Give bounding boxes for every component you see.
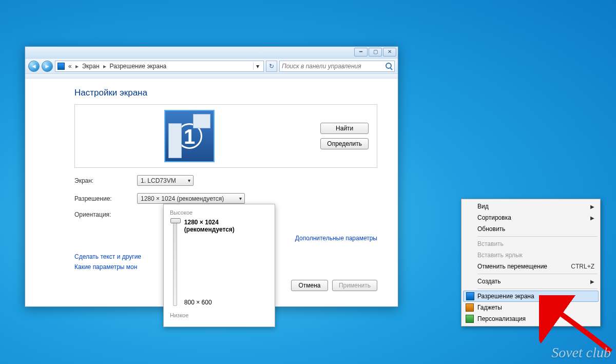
orientation-label: Ориентация: [74,211,137,218]
apply-button: Применить [332,280,377,291]
address-bar[interactable]: « ▸ Экран ▸ Разрешение экрана ▾ [55,61,264,72]
titlebar: ━ ▢ ✕ [25,47,398,59]
address-dropdown[interactable]: ▾ [253,63,261,70]
resolution-slider[interactable] [173,219,177,306]
slider-min-value: 800 × 600 [184,299,268,306]
slider-current-value: 1280 × 1024 (рекомендуется) [184,219,268,233]
slider-thumb[interactable] [170,218,181,223]
ctx-paste-shortcut: Вставить ярлык [463,250,599,261]
breadcrumb-root[interactable]: « [67,62,73,70]
display-icon [466,292,474,300]
refresh-button[interactable]: ↻ [266,61,277,72]
screen-label: Экран: [74,177,137,184]
chevron-right-icon: ▸ [75,63,79,70]
identify-button[interactable]: Определить [320,138,369,149]
resolution-combo[interactable]: 1280 × 1024 (рекомендуется) [137,193,245,204]
watermark: Sovet club [551,344,611,361]
close-button[interactable]: ✕ [383,48,396,56]
personalize-icon [466,315,474,323]
back-button[interactable]: ◄ [28,61,40,72]
desktop-context-menu: Вид▶ Сортировка▶ Обновить Вставить Встав… [461,199,601,327]
chevron-right-icon: ▸ [103,63,106,70]
ctx-personalize[interactable]: Персонализация [463,313,599,324]
maximize-button[interactable]: ▢ [369,48,382,56]
slider-low-label: Низкое [170,312,268,318]
ctx-refresh[interactable]: Обновить [463,223,599,235]
submenu-arrow-icon: ▶ [590,204,594,209]
resolution-label: Разрешение: [74,195,137,202]
screen-combo[interactable]: 1. LCD73VM [137,175,194,186]
navbar: ◄ ► « ▸ Экран ▸ Разрешение экрана ▾ ↻ [25,59,398,74]
submenu-arrow-icon: ▶ [590,279,594,284]
monitor-preview: 1 Найти Определить [74,104,377,168]
ctx-paste: Вставить [463,238,599,250]
search-box[interactable] [279,61,395,72]
shortcut-label: CTRL+Z [571,263,594,270]
ctx-gadgets[interactable]: Гаджеты [463,302,599,313]
ctx-create[interactable]: Создать▶ [463,276,599,287]
cancel-button[interactable]: Отмена [291,280,328,291]
forward-button[interactable]: ► [42,61,53,72]
search-input[interactable] [282,63,386,70]
resolution-slider-popup: Высокое 1280 × 1024 (рекомендуется) 800 … [163,204,275,327]
breadcrumb-item[interactable]: Разрешение экрана [108,62,168,70]
slider-high-label: Высокое [170,209,268,216]
separator [477,274,598,274]
toolbar [25,74,398,79]
breadcrumb-item[interactable]: Экран [81,62,101,70]
monitor-1[interactable]: 1 [164,110,215,162]
separator [477,289,598,289]
page-title: Настройки экрана [74,88,377,98]
ctx-resolution[interactable]: Разрешение экрана [463,291,599,302]
submenu-arrow-icon: ▶ [590,215,594,221]
ctx-undo[interactable]: Отменить перемещениеCTRL+Z [463,261,599,272]
controlpanel-icon [57,63,65,70]
search-icon [386,63,392,70]
find-button[interactable]: Найти [320,123,369,134]
ctx-sort[interactable]: Сортировка▶ [463,212,599,223]
gadgets-icon [466,303,474,312]
separator [477,236,598,237]
ctx-view[interactable]: Вид▶ [463,201,599,212]
minimize-button[interactable]: ━ [354,48,368,56]
